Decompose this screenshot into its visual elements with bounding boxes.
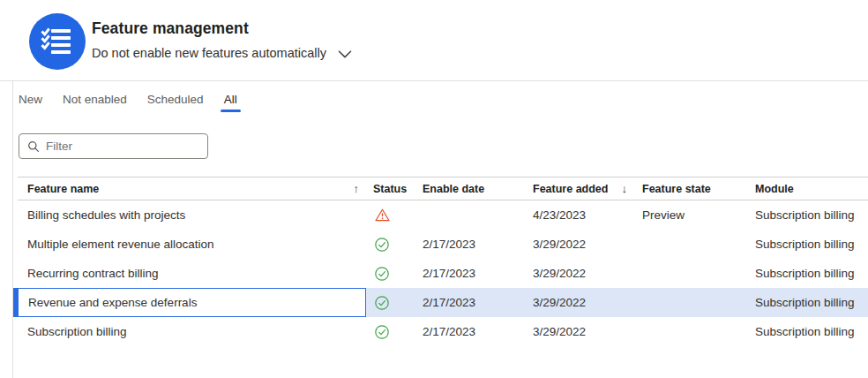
row-selection-indicator [13, 288, 18, 317]
column-header-feature-name[interactable]: Feature name ↑ [18, 178, 366, 200]
feature-state-cell: Preview [641, 200, 754, 230]
feature-added-cell: 3/29/2022 [532, 230, 641, 259]
status-cell [366, 288, 422, 317]
feature-added-cell: 3/29/2022 [532, 317, 641, 346]
tab-scheduled[interactable]: Scheduled [147, 93, 204, 112]
feature-table: Feature name ↑ Status Enable date Featur… [18, 177, 868, 346]
header-divider [0, 80, 868, 81]
page-header: Feature management Do not enable new fea… [0, 0, 868, 80]
tab-all[interactable]: All [224, 93, 237, 112]
feature-added-cell: 3/29/2022 [532, 259, 641, 288]
feature-name-cell-focused[interactable]: Revenue and expense deferrals [18, 288, 366, 317]
column-header-feature-added[interactable]: Feature added ↓ [532, 178, 641, 200]
warning-triangle-icon [375, 208, 390, 222]
table-header-row: Feature name ↑ Status Enable date Featur… [18, 177, 868, 200]
feature-name-cell[interactable]: Multiple element revenue allocation [18, 230, 366, 259]
feature-name-cell[interactable]: Billing schedules with projects [18, 200, 366, 230]
enable-date-cell: 2/17/2023 [422, 259, 532, 288]
panel-left-border [12, 81, 13, 378]
checklist-icon [29, 13, 86, 70]
table-row[interactable]: Subscription billing 2/17/2023 3/29/2022… [18, 317, 868, 346]
column-header-module[interactable]: Module [754, 178, 868, 200]
feature-added-cell: 3/29/2022 [532, 288, 641, 317]
column-header-label: Module [755, 183, 794, 195]
filter-box[interactable] [19, 133, 208, 159]
status-cell [366, 259, 422, 288]
feature-state-cell [641, 259, 754, 288]
column-header-feature-state[interactable]: Feature state [641, 178, 754, 200]
module-cell: Subscription billing [754, 230, 868, 259]
checkmark-circle-icon [375, 325, 389, 339]
auto-enable-dropdown[interactable]: Do not enable new features automatically [92, 46, 352, 60]
table-row[interactable]: Billing schedules with projects 4/23/202… [18, 200, 868, 230]
table-row-selected[interactable]: Revenue and expense deferrals 2/17/2023 … [18, 288, 868, 317]
column-header-label: Feature name [27, 183, 99, 195]
tab-new[interactable]: New [19, 93, 42, 112]
feature-name-cell[interactable]: Recurring contract billing [18, 259, 366, 288]
feature-state-cell [641, 317, 754, 346]
tab-not-enabled[interactable]: Not enabled [63, 93, 127, 112]
search-icon [27, 140, 40, 153]
feature-management-page: Feature management Do not enable new fea… [0, 0, 868, 378]
status-cell [366, 317, 422, 346]
enable-date-cell: 2/17/2023 [422, 230, 532, 259]
column-header-enable-date[interactable]: Enable date [422, 178, 532, 200]
module-cell: Subscription billing [754, 200, 868, 230]
feature-state-cell [641, 230, 754, 259]
sort-desc-icon: ↓ [622, 182, 628, 195]
sort-asc-icon: ↑ [354, 182, 360, 195]
auto-enable-dropdown-label: Do not enable new features automatically [92, 46, 326, 60]
enable-date-cell: 2/17/2023 [422, 288, 532, 317]
feature-state-cell [641, 288, 754, 317]
module-cell: Subscription billing [754, 317, 868, 346]
column-header-label: Status [373, 183, 407, 195]
filter-input[interactable] [46, 140, 207, 153]
module-cell: Subscription billing [754, 259, 868, 288]
table-row[interactable]: Recurring contract billing 2/17/2023 3/2… [18, 259, 868, 288]
chevron-down-icon [338, 50, 352, 58]
feature-added-cell: 4/23/2023 [532, 200, 641, 230]
checkmark-circle-icon [375, 267, 389, 281]
page-title: Feature management [92, 19, 249, 38]
view-tabs: New Not enabled Scheduled All [19, 93, 237, 112]
column-header-label: Feature added [533, 183, 608, 195]
column-header-label: Enable date [423, 183, 484, 195]
checkmark-circle-icon [375, 238, 389, 252]
status-cell [366, 230, 422, 259]
module-cell: Subscription billing [754, 288, 868, 317]
column-header-status[interactable]: Status [366, 178, 422, 200]
feature-name-cell[interactable]: Subscription billing [18, 317, 366, 346]
status-cell [366, 200, 422, 230]
enable-date-cell [422, 200, 532, 230]
table-row[interactable]: Multiple element revenue allocation 2/17… [18, 230, 868, 259]
enable-date-cell: 2/17/2023 [422, 317, 532, 346]
column-header-label: Feature state [642, 183, 711, 195]
checkmark-circle-icon [375, 296, 389, 310]
